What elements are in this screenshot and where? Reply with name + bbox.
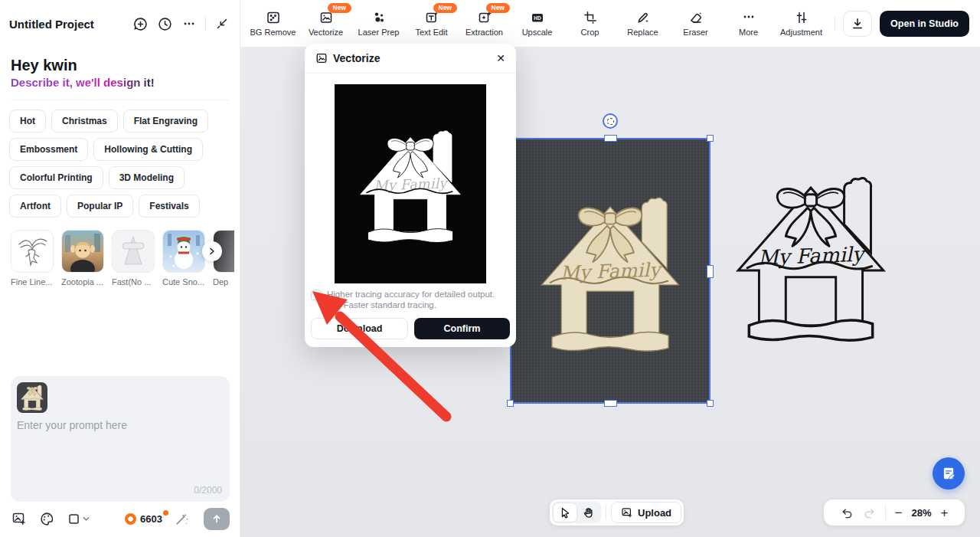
credits-value: 6603 [140,513,162,525]
resize-handle-n[interactable] [604,135,617,142]
toolbar-item-vectorize[interactable]: New Vectorize [299,2,352,45]
tag-popular-ip[interactable]: Popular IP [67,195,133,218]
toolbar-label: Eraser [683,28,707,37]
selected-image[interactable]: My Family [510,138,710,404]
modal-download-button[interactable]: Download [311,318,408,339]
char-counter: 0/2000 [194,485,222,496]
upload-label: Upload [638,507,671,519]
tag-hollowing-cutting[interactable]: Hollowing & Cutting [93,138,203,161]
toolbar-item-more[interactable]: More [722,2,775,45]
upload-button[interactable]: Upload [611,502,681,523]
zoom-level: 28% [911,507,931,519]
svg-text:HD: HD [534,15,541,21]
resize-handle-e[interactable] [707,265,714,278]
tag-flat-engraving[interactable]: Flat Engraving [123,110,208,133]
preset-label: Zootopia ... [61,277,106,287]
toolbar-item-adjustment[interactable]: Adjustment [775,2,828,45]
add-image-icon[interactable] [11,510,28,527]
preset-thumbnail [61,230,104,273]
tag-festivals[interactable]: Festivals [139,195,199,218]
preset-label: Dep [213,277,234,287]
toolbar-item-text-edit[interactable]: New Text Edit [405,2,458,45]
pan-tool-button[interactable] [577,503,599,522]
toolbar-item-upscale[interactable]: HD Upscale [511,2,564,45]
preset-thumbnail [162,230,205,273]
resize-handle-ne[interactable] [707,135,714,142]
prompt-box[interactable]: 0/2000 [11,376,230,502]
new-badge: New [486,3,510,13]
new-chat-icon[interactable] [132,15,149,32]
toolbar-label: Laser Prep [358,28,400,37]
toolbar-label: Vectorize [309,28,343,37]
greeting: Hey kwin [11,57,229,74]
left-sidebar: Hey kwin Describe it, we'll design it! H… [0,47,240,537]
toolbar-item-extraction[interactable]: New Extraction [458,2,511,45]
toolbar-label: Text Edit [415,28,447,37]
accuracy-checkbox[interactable] [311,290,322,300]
resize-handle-sw[interactable] [507,400,514,407]
credits-balance[interactable]: 6603 [125,513,162,525]
modal-confirm-button[interactable]: Confirm [414,318,510,339]
style-palette-icon[interactable] [38,510,55,527]
tag-3d-modeling[interactable]: 3D Modeling [109,166,185,189]
divider [835,17,835,31]
history-icon[interactable] [156,15,173,32]
magic-wand-icon[interactable] [173,510,190,527]
toolbar-label: BG Remove [250,28,296,37]
svg-text:My Family: My Family [757,243,867,270]
svg-text:My Family: My Family [560,258,663,284]
preset-fast[interactable]: Fast(No ... [112,230,155,287]
open-in-studio-button[interactable]: Open in Studio [880,11,969,37]
prompt-input[interactable] [17,419,224,477]
preset-gallery: Fine Line... Zootopia ... Fast(No ... [11,230,234,287]
tag-colorful-printing[interactable]: Colorful Printing [9,166,103,189]
divider [205,17,206,31]
preset-thumbnail [112,230,155,273]
svg-text:My Family: My Family [374,175,449,193]
coin-icon [125,513,136,525]
presets-next-button[interactable] [202,241,222,261]
zoom-in-button[interactable]: + [941,506,949,519]
preset-cute-snowman[interactable]: Cute Sno... [162,230,205,287]
vectorized-result[interactable]: My Family [727,159,894,380]
more-options-icon[interactable] [181,15,198,32]
feedback-button[interactable] [933,457,965,490]
edit-toolbar: BG Remove New Vectorize Laser Prep New T… [247,0,828,47]
vectorize-preview: My Family [335,84,486,283]
preset-thumbnail [11,230,54,273]
toolbar-label: Extraction [466,28,503,37]
divider [606,505,606,520]
category-tags: Hot Christmas Flat Engraving Embossment … [9,110,230,218]
divider [11,100,229,100]
new-badge: New [433,3,457,13]
resize-handle-s[interactable] [604,400,617,407]
download-button[interactable] [843,11,872,37]
preset-zootopia[interactable]: Zootopia ... [61,230,104,287]
vectorize-modal: Vectorize ✕ My Family Higher tracing acc… [305,44,516,347]
tag-christmas[interactable]: Christmas [51,110,118,133]
preset-fine-line[interactable]: Fine Line... [11,230,54,287]
toolbar-item-crop[interactable]: Crop [564,2,616,45]
zoom-out-button[interactable]: − [895,506,903,519]
close-icon[interactable]: ✕ [496,52,505,64]
toolbar-item-eraser[interactable]: Eraser [669,2,722,45]
toolbar-item-replace[interactable]: Replace [616,2,669,45]
redo-button[interactable] [863,506,876,519]
toolbar-label: Upscale [522,28,553,37]
select-tool-button[interactable] [554,503,577,522]
toolbar-item-bg-remove[interactable]: BG Remove [247,2,299,45]
project-title: Untitled Project [9,18,94,31]
aspect-ratio-selector[interactable] [66,510,92,527]
toolbar-item-laser-prep[interactable]: Laser Prep [352,2,405,45]
attached-image-thumbnail[interactable] [17,382,47,413]
notification-dot [163,510,168,516]
undo-button[interactable] [841,506,854,519]
tag-artfont[interactable]: Artfont [9,195,61,218]
rotate-handle[interactable] [603,113,618,129]
send-prompt-button[interactable] [204,508,230,530]
tag-embossment[interactable]: Embossment [9,138,88,161]
tag-hot[interactable]: Hot [9,110,46,133]
collapse-panel-icon[interactable] [214,15,230,32]
preset-label: Fine Line... [11,277,55,287]
resize-handle-se[interactable] [707,400,714,407]
